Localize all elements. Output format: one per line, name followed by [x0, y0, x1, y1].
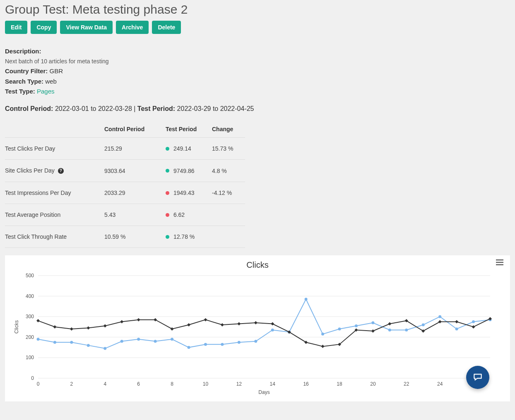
series-test-point — [53, 341, 56, 344]
metric-name: Test Average Position — [5, 204, 104, 226]
series-test-point — [87, 344, 90, 347]
table-row: Site Clicks Per Day ?9303.64 9749.864.8 … — [5, 160, 245, 182]
series-control-point — [36, 319, 40, 322]
page-title: Group Test: Meta testing phase 2 — [5, 2, 510, 17]
x-tick-label: 2 — [70, 381, 73, 387]
x-tick-label: 20 — [370, 381, 376, 387]
chat-fab[interactable] — [466, 366, 489, 389]
series-control-point — [237, 322, 241, 326]
control-value: 5.43 — [104, 204, 166, 226]
series-test-point — [438, 315, 441, 318]
series-test-point — [137, 338, 140, 341]
table-row: Test Click Through Rate10.59 % 12.78 % — [5, 226, 245, 248]
series-test-point — [472, 320, 475, 323]
change-value: 15.73 % — [212, 138, 245, 160]
metric-name: Test Click Through Rate — [5, 226, 104, 248]
series-test-point — [221, 343, 224, 346]
series-test-point — [70, 341, 73, 344]
x-tick-label: 14 — [270, 381, 276, 387]
change-value — [212, 204, 245, 226]
svg-rect-1 — [496, 262, 503, 263]
series-control-line — [38, 319, 490, 346]
series-test-point — [271, 329, 274, 331]
x-axis-label: Days — [258, 389, 270, 395]
chat-icon — [472, 372, 483, 383]
table-row: Test Impressions Per Day2033.29 1949.43-… — [5, 182, 245, 204]
th-control: Control Period — [104, 121, 166, 138]
series-control-point — [120, 320, 123, 324]
series-test-point — [204, 343, 207, 346]
series-test-point — [321, 333, 324, 336]
test-value: 12.78 % — [166, 226, 212, 248]
description-label: Description: — [5, 48, 41, 55]
series-control-point — [154, 318, 157, 322]
series-control-point — [371, 329, 375, 333]
series-control-point — [321, 345, 325, 348]
test-value: 9749.86 — [166, 160, 212, 182]
chart-title: Clicks — [12, 260, 503, 270]
clicks-chart-card: Clicks 010020030040050002468101214161820… — [5, 255, 510, 401]
metric-name: Test Clicks Per Day — [5, 138, 104, 160]
test-type-label: Test Type: — [5, 88, 35, 95]
series-test-point — [338, 328, 341, 331]
chart-menu-button[interactable] — [496, 259, 503, 265]
series-control-point — [171, 327, 174, 331]
series-control-point — [472, 325, 475, 329]
series-test-point — [355, 324, 358, 327]
series-control-point — [53, 325, 56, 329]
series-test-point — [422, 324, 425, 326]
control-value: 215.29 — [104, 138, 166, 160]
description-text: Next batch of 10 articles for meta testi… — [5, 57, 510, 66]
series-test-point — [37, 338, 40, 341]
y-tick-label: 300 — [26, 314, 34, 319]
test-value: 1949.43 — [166, 182, 212, 204]
series-control-point — [455, 320, 458, 324]
y-tick-label: 100 — [26, 355, 34, 360]
series-control-point — [103, 324, 107, 328]
series-test-point — [238, 341, 241, 344]
svg-rect-0 — [496, 259, 503, 260]
down-dot-icon — [166, 213, 169, 217]
metrics-table: Control Period Test Period Change Test C… — [5, 121, 245, 248]
delete-button[interactable]: Delete — [152, 21, 181, 34]
test-value: 249.14 — [166, 138, 212, 160]
series-test-point — [188, 346, 190, 349]
metric-name: Test Impressions Per Day — [5, 182, 104, 204]
clicks-chart: 010020030040050002468101214161820222426D… — [12, 272, 495, 396]
help-icon[interactable]: ? — [58, 168, 64, 174]
th-metric — [5, 121, 104, 138]
series-control-point — [221, 323, 224, 326]
x-tick-label: 4 — [103, 381, 106, 387]
period-separator: | — [134, 105, 137, 112]
change-value — [212, 226, 245, 248]
series-control-point — [87, 326, 90, 330]
test-type-link[interactable]: Pages — [37, 88, 55, 95]
action-bar: Edit Copy View Raw Data Archive Delete — [5, 21, 510, 34]
control-value: 2033.29 — [104, 182, 166, 204]
view-raw-data-button[interactable]: View Raw Data — [60, 21, 113, 34]
series-test-point — [371, 322, 374, 324]
archive-button[interactable]: Archive — [116, 21, 149, 34]
series-test-point — [305, 298, 308, 301]
series-test-point — [388, 329, 391, 331]
series-test-point — [405, 329, 408, 331]
period-line: Control Period: 2022-03-01 to 2022-03-28… — [5, 105, 510, 113]
series-control-point — [137, 318, 140, 322]
series-test-point — [103, 347, 106, 350]
svg-rect-2 — [496, 264, 503, 265]
edit-button[interactable]: Edit — [5, 21, 27, 34]
up-dot-icon — [166, 235, 169, 239]
copy-button[interactable]: Copy — [31, 21, 57, 34]
control-value: 9303.64 — [104, 160, 166, 182]
down-dot-icon — [166, 191, 169, 195]
series-control-point — [254, 321, 258, 324]
series-test-point — [455, 328, 458, 331]
x-tick-label: 6 — [137, 381, 140, 387]
control-period-value: 2022-03-01 to 2022-03-28 — [53, 105, 134, 112]
up-dot-icon — [166, 169, 169, 173]
control-value: 10.59 % — [104, 226, 166, 248]
series-test-point — [154, 340, 157, 343]
table-row: Test Clicks Per Day215.29 249.1415.73 % — [5, 138, 245, 160]
y-axis-label: Clicks — [14, 320, 19, 334]
th-test: Test Period — [166, 121, 212, 138]
